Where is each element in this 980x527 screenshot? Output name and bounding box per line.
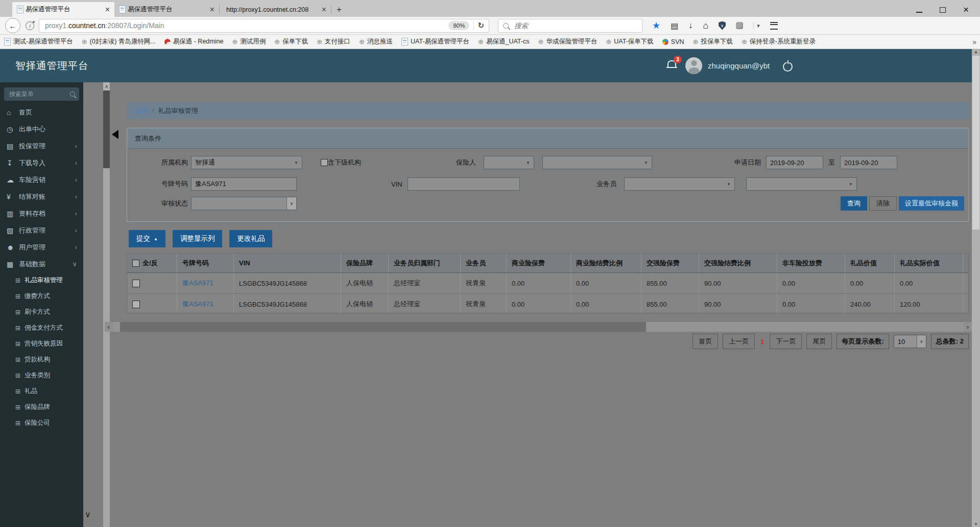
sidebar-item-settlement[interactable]: 结算对账› [0, 188, 83, 205]
bookmark-item[interactable]: UAT-保单下载 [606, 37, 653, 46]
sidebar-item-admin-mgmt[interactable]: 行政管理› [0, 222, 83, 239]
sidebar-item-home[interactable]: 首页 [0, 104, 83, 121]
back-button[interactable] [5, 18, 20, 33]
sidebar-item-user-mgmt[interactable]: 用户管理› [0, 239, 83, 256]
minimize-button[interactable] [916, 8, 922, 13]
bookmark-item[interactable]: 易保通_UAT-cs [478, 37, 529, 46]
sidebar-subitem-marketing-fail[interactable]: 营销失败原因 [0, 336, 83, 352]
browser-tab-2[interactable]: 易保通管理平台 [114, 2, 219, 17]
notification-bell-icon[interactable]: 3 [666, 60, 678, 72]
scrollbar-thumb[interactable] [972, 56, 979, 230]
scrollbar-thumb[interactable] [103, 90, 110, 168]
plate-link[interactable]: 豫ASA971 [177, 294, 234, 313]
tab-close-icon[interactable] [322, 5, 326, 14]
collapse-panel-icon[interactable] [112, 130, 118, 139]
username[interactable]: zhuqingquan@ybt [708, 49, 770, 82]
bookmark-item[interactable]: 投保单下载 [693, 37, 733, 46]
extension-icon[interactable] [736, 22, 743, 29]
page-info-icon[interactable] [26, 21, 34, 30]
breadcrumb-home-link[interactable]: 首页 [135, 106, 148, 116]
tab-close-icon[interactable] [105, 5, 110, 14]
maximize-button[interactable] [940, 7, 946, 13]
chevron-down-icon[interactable] [753, 22, 760, 29]
table-horizontal-scrollbar[interactable] [105, 322, 972, 332]
org-select[interactable]: 智择通 [191, 156, 302, 169]
downloads-icon[interactable] [688, 21, 692, 30]
sidebar-item-insure-mgmt[interactable]: 投保管理› [0, 138, 83, 154]
close-window-button[interactable] [963, 6, 969, 14]
sidebar-search[interactable] [4, 87, 79, 101]
salesman-select-1[interactable] [624, 177, 735, 191]
browser-search-input[interactable] [513, 21, 628, 30]
sidebar-item-download-import[interactable]: 下载导入› [0, 154, 83, 171]
sidebar-subitem-payment-method[interactable]: 缴费方式 [0, 288, 83, 304]
bookmark-item[interactable]: 测试-易保通管理平台 [4, 37, 73, 46]
scrollbar-down-icon[interactable] [972, 522, 980, 526]
vin-input[interactable] [408, 177, 520, 191]
sidebar-item-auto-marketing[interactable]: 车险营销› [0, 171, 83, 188]
scrollbar-thumb[interactable] [120, 322, 646, 332]
insurer-select-1[interactable] [484, 156, 534, 169]
page-prev-button[interactable]: 上一页 [723, 334, 755, 349]
audit-status-select[interactable] [191, 197, 297, 210]
sidebar-subitem-commission-pay[interactable]: 佣金支付方式 [0, 320, 83, 336]
sidebar-item-archive[interactable]: 资料存档› [0, 205, 83, 222]
bookmark-item[interactable]: 华成保险管理平台 [538, 37, 597, 46]
browser-tab-1[interactable]: 易保通管理平台 [12, 2, 114, 17]
browser-vertical-scrollbar[interactable] [972, 49, 980, 527]
scrollbar-up-icon[interactable] [972, 50, 980, 54]
new-tab-button[interactable] [337, 5, 342, 15]
page-next-button[interactable]: 下一页 [770, 334, 802, 349]
avatar[interactable] [685, 57, 702, 74]
submit-button[interactable]: 提交 [129, 230, 165, 247]
salesman-select-2[interactable] [746, 177, 857, 191]
bookmark-item[interactable]: 支付接口 [317, 37, 350, 46]
apply-date-from-input[interactable] [766, 156, 823, 169]
plate-input[interactable] [191, 177, 297, 191]
scroll-right-icon[interactable] [964, 322, 972, 332]
tab-close-icon[interactable] [210, 5, 214, 14]
clear-button[interactable]: 清除 [869, 196, 897, 211]
browser-tab-3[interactable]: http://proxy1.countnet.cn:208 [220, 2, 331, 17]
reload-icon[interactable] [477, 21, 484, 30]
shield-extension-icon[interactable] [719, 21, 726, 30]
bookmark-item[interactable]: 保持登录-系统重新登录 [742, 37, 816, 46]
menu-hamburger-icon[interactable] [770, 22, 778, 30]
bookmarks-overflow-icon[interactable] [972, 35, 976, 49]
plate-link[interactable]: 豫ASA971 [177, 273, 234, 293]
include-sub-checkbox[interactable] [321, 159, 328, 166]
search-button[interactable]: 查询 [841, 196, 867, 211]
change-gift-button[interactable]: 更改礼品 [229, 230, 272, 247]
scrollbar-track[interactable] [113, 322, 964, 332]
select-dropdown-button[interactable] [286, 197, 296, 210]
url-bar[interactable]: proxy1.countnet.cn:20807/Login/Main 80% [39, 19, 489, 33]
sidebar-subitem-insurance-company[interactable]: 保险公司 [0, 415, 83, 431]
row-checkbox[interactable] [132, 280, 140, 287]
bookmark-item[interactable]: 消息推送 [359, 37, 393, 46]
home-icon[interactable] [703, 20, 708, 31]
sidebar-subitem-insurance-brand[interactable]: 保险品牌 [0, 399, 83, 415]
page-last-button[interactable]: 尾页 [806, 334, 832, 349]
bookmark-item[interactable]: SVN [662, 38, 684, 45]
sidebar-subitem-business-type[interactable]: 业务类别 [0, 368, 83, 383]
logout-power-icon[interactable] [783, 62, 793, 72]
page-first-button[interactable]: 首页 [692, 334, 718, 349]
per-page-select[interactable]: 10 [894, 335, 926, 348]
adjust-columns-button[interactable]: 调整显示列 [173, 230, 223, 247]
sidebar-item-issue-center[interactable]: 出单中心 [0, 121, 83, 138]
content-vertical-scrollbar[interactable] [103, 82, 110, 527]
browser-search-bar[interactable] [498, 19, 642, 33]
bookmark-item[interactable]: UAT-易保通管理平台 [401, 37, 469, 46]
sidebar-subitem-gift[interactable]: 礼品 [0, 383, 83, 399]
select-dropdown-button[interactable] [917, 335, 926, 348]
insurer-select-2[interactable] [542, 156, 652, 169]
scrollbar-up-icon[interactable] [103, 82, 110, 90]
bookmark-item[interactable]: 保单下载 [274, 37, 308, 46]
zoom-level-badge[interactable]: 80% [448, 21, 469, 30]
sidebar-scroll-down-icon[interactable] [85, 510, 91, 519]
library-icon[interactable] [671, 21, 678, 31]
sidebar-subitem-card-method[interactable]: 刷卡方式 [0, 304, 83, 320]
row-checkbox[interactable] [132, 301, 140, 308]
sidebar-item-base-data[interactable]: 基础数据∨ [0, 256, 83, 272]
sidebar-search-input[interactable] [8, 90, 70, 98]
